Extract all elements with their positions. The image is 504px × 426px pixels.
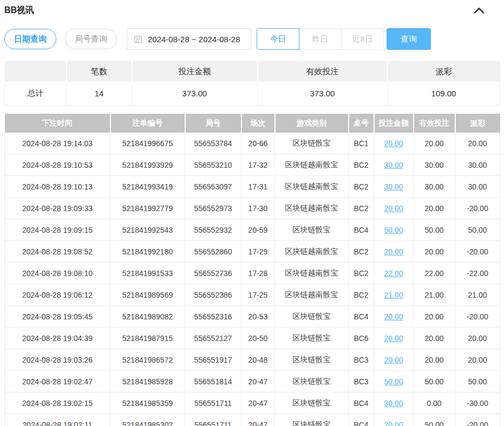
session-cell: 17-32 xyxy=(241,154,275,176)
last-8-days-button[interactable]: 近8日 xyxy=(341,28,384,50)
bet-time-cell: 2024-08-28 19:06:12 xyxy=(5,284,110,306)
bet-id-cell: 521841993929 xyxy=(110,154,185,176)
summary-bet-amount: 373.00 xyxy=(132,82,258,106)
round-id-cell: 556552860 xyxy=(185,241,241,263)
round-id-cell: 556551711 xyxy=(185,414,241,426)
table-row: 2024-08-28 19:14:03 521841996675 5565537… xyxy=(5,133,500,154)
col-payout: 派彩 xyxy=(455,114,500,133)
round-id-cell: 556551917 xyxy=(185,349,241,371)
bet-amount-link[interactable]: 22.00 xyxy=(384,269,403,278)
today-button[interactable]: 今日 xyxy=(257,28,299,50)
round-id-cell: 556551711 xyxy=(185,392,241,414)
bet-amount-cell: 50.00 xyxy=(374,371,414,392)
game-type-cell: 区块链越南骰宝 xyxy=(275,263,349,284)
bet-amount-link[interactable]: 21.00 xyxy=(384,291,403,299)
payout-cell: -30.00 xyxy=(455,392,500,414)
game-type-cell: 区块链骰宝 xyxy=(275,306,349,327)
game-type-cell: 区块链骰宝 xyxy=(275,349,349,371)
valid-bet-cell: 20.00 xyxy=(414,133,455,154)
table-no-cell: BC1 xyxy=(349,133,374,154)
bet-amount-link[interactable]: 20.00 xyxy=(384,421,403,426)
session-cell: 20-50 xyxy=(241,327,275,349)
summary-header-payout: 派彩 xyxy=(388,61,500,82)
bet-id-cell: 521841992180 xyxy=(110,241,185,263)
valid-bet-cell: 20.00 xyxy=(414,241,455,263)
table-row: 2024-08-28 19:08:10 521841991533 5565527… xyxy=(5,263,500,284)
bet-amount-link[interactable]: 20.00 xyxy=(384,312,403,321)
bet-amount-link[interactable]: 20.00 xyxy=(384,204,403,213)
session-cell: 17-28 xyxy=(241,263,275,284)
summary-header-bet-amount: 投注金额 xyxy=(132,61,258,82)
bet-time-cell: 2024-08-28 19:02:11 xyxy=(5,414,110,426)
bet-amount-link[interactable]: 50.00 xyxy=(384,377,403,386)
round-id-cell: 556553097 xyxy=(185,176,241,198)
game-type-cell: 区块链骰宝 xyxy=(275,371,349,392)
bet-id-cell: 521841989569 xyxy=(110,284,185,306)
session-cell: 17-30 xyxy=(241,198,275,219)
payout-cell: 50.00 xyxy=(455,219,500,241)
yesterday-button[interactable]: 昨日 xyxy=(299,28,342,50)
table-row: 2024-08-28 19:02:11 521841985302 5565517… xyxy=(5,414,500,426)
bet-amount-link[interactable]: 30.00 xyxy=(384,399,403,408)
summary-valid-bet: 373.00 xyxy=(258,82,388,106)
round-id-cell: 556552386 xyxy=(185,284,241,306)
valid-bet-cell: 20.00 xyxy=(414,198,455,219)
bet-time-cell: 2024-08-28 19:09:33 xyxy=(5,198,110,219)
valid-bet-cell: 50.00 xyxy=(414,414,455,426)
page-title: BB视讯 xyxy=(4,5,34,16)
tab-round-query[interactable]: 局号查询 xyxy=(65,29,117,49)
table-row: 2024-08-28 19:09:15 521841992543 5565529… xyxy=(5,219,500,241)
bet-amount-link[interactable]: 20.00 xyxy=(384,247,403,256)
table-no-cell: BC2 xyxy=(349,263,374,284)
bet-amount-link[interactable]: 30.00 xyxy=(384,182,403,191)
bet-amount-cell: 20.00 xyxy=(374,133,414,154)
search-button[interactable]: 查询 xyxy=(387,28,431,50)
collapse-chevron-up-icon[interactable] xyxy=(474,8,485,14)
bet-id-cell: 521841985359 xyxy=(110,392,185,414)
table-row: 2024-08-28 19:03:26 521841986572 5565519… xyxy=(5,349,500,371)
valid-bet-cell: 22.00 xyxy=(414,263,455,284)
round-id-cell: 556552316 xyxy=(185,306,241,327)
bet-records-table: 下注时间 注单编号 局号 场次 游戏类别 桌号 投注金额 有效投注 派彩 202… xyxy=(4,114,500,426)
panel-header: BB视讯 xyxy=(0,0,504,17)
round-id-cell: 556552127 xyxy=(185,327,241,349)
game-type-cell: 区块链骰宝 xyxy=(275,392,349,414)
bet-amount-link[interactable]: 30.00 xyxy=(384,161,403,169)
bet-id-cell: 521841996675 xyxy=(110,133,185,154)
bet-amount-link[interactable]: 20.00 xyxy=(384,139,403,148)
bet-amount-cell: 50.00 xyxy=(374,219,414,241)
summary-header-row: 笔数 投注金额 有效投注 派彩 xyxy=(5,61,500,82)
date-range-input[interactable]: 2024-08-28 ~ 2024-08-28 xyxy=(127,28,251,50)
game-type-cell: 区块链骰宝 xyxy=(275,219,349,241)
summary-header-blank xyxy=(5,61,67,82)
table-no-cell: BC2 xyxy=(349,176,374,198)
col-bet-id: 注单编号 xyxy=(110,114,185,133)
bet-table-body: 2024-08-28 19:14:03 521841996675 5565537… xyxy=(5,133,500,426)
session-cell: 20-47 xyxy=(241,392,275,414)
bet-id-cell: 521841986572 xyxy=(110,349,185,371)
tab-date-query[interactable]: 日期查询 xyxy=(4,29,56,49)
game-type-cell: 区块链越南骰宝 xyxy=(275,284,349,306)
valid-bet-cell: 50.00 xyxy=(414,371,455,392)
bet-id-cell: 521841992779 xyxy=(110,198,185,219)
bet-amount-cell: 20.00 xyxy=(374,241,414,263)
table-no-cell: BC3 xyxy=(349,371,374,392)
bet-amount-cell: 20.00 xyxy=(374,327,414,349)
valid-bet-cell: 20.00 xyxy=(414,306,455,327)
bet-amount-link[interactable]: 20.00 xyxy=(384,356,403,364)
table-no-cell: BC2 xyxy=(349,154,374,176)
bet-amount-link[interactable]: 20.00 xyxy=(384,334,403,343)
bet-time-cell: 2024-08-28 19:08:52 xyxy=(5,241,110,263)
valid-bet-cell: 30.00 xyxy=(414,154,455,176)
bet-time-cell: 2024-08-28 19:05:45 xyxy=(5,306,110,327)
bet-amount-link[interactable]: 50.00 xyxy=(384,226,403,234)
table-row: 2024-08-28 19:02:47 521841985928 5565518… xyxy=(5,371,500,392)
bet-time-cell: 2024-08-28 19:08:10 xyxy=(5,263,110,284)
table-row: 2024-08-28 19:10:13 521841993419 5565530… xyxy=(5,176,500,198)
summary-total-label: 总计 xyxy=(5,82,67,106)
table-no-cell: BC2 xyxy=(349,241,374,263)
col-bet-amount: 投注金额 xyxy=(374,114,414,133)
table-row: 2024-08-28 19:08:52 521841992180 5565528… xyxy=(5,241,500,263)
payout-cell: 20.00 xyxy=(455,133,500,154)
round-id-cell: 556552932 xyxy=(185,219,241,241)
